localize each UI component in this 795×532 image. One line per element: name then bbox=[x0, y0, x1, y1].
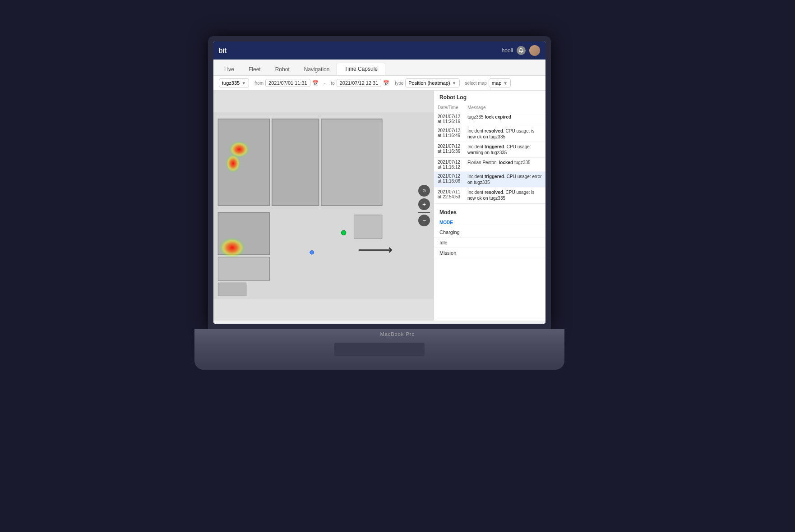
user-avatar[interactable] bbox=[529, 45, 540, 56]
robot-selector-value: tugz335 bbox=[222, 80, 240, 86]
from-date-group: from 2021/07/01 11:31 📅 bbox=[254, 79, 319, 87]
map-group: select map map ▼ bbox=[465, 78, 511, 87]
org-name: hooli bbox=[502, 47, 513, 54]
svg-rect-11 bbox=[218, 283, 246, 296]
main-content: ⊙ + − Robot Log Date/Time bbox=[213, 91, 545, 321]
log-date: 2021/07/12at 11:16:06 bbox=[434, 172, 464, 188]
mode-row[interactable]: Idle bbox=[434, 238, 545, 248]
mode-row[interactable]: Mission bbox=[434, 248, 545, 258]
to-date-group: to 2021/07/12 12:31 📅 bbox=[331, 79, 389, 87]
to-calendar-icon[interactable]: 📅 bbox=[383, 80, 389, 86]
map-controls: ⊙ + − bbox=[418, 185, 430, 226]
mode-item: Idle bbox=[434, 238, 545, 248]
log-date: 2021/07/12at 11:26:16 bbox=[434, 112, 464, 126]
svg-rect-12 bbox=[354, 215, 382, 238]
robot-log-section: Robot Log Date/Time Message 2021/07/12at… bbox=[434, 91, 545, 204]
zoom-in-button[interactable]: + bbox=[418, 198, 430, 210]
notification-icon[interactable] bbox=[517, 46, 526, 55]
type-label: type bbox=[395, 81, 403, 86]
mode-row[interactable]: Charging bbox=[434, 227, 545, 238]
type-selector[interactable]: Position (heatmap) ▼ bbox=[405, 78, 459, 87]
mode-item: Charging bbox=[434, 227, 545, 238]
type-group: type Position (heatmap) ▼ bbox=[395, 78, 459, 87]
log-date: 2021/07/12at 11:16:36 bbox=[434, 142, 464, 158]
modes-table: MODE ChargingIdleMission bbox=[434, 218, 545, 258]
type-dropdown-arrow: ▼ bbox=[452, 81, 457, 86]
app-header: bit hooli bbox=[213, 41, 545, 60]
from-calendar-icon[interactable]: 📅 bbox=[312, 80, 319, 86]
type-value: Position (heatmap) bbox=[408, 80, 450, 86]
map-label: select map bbox=[465, 81, 487, 86]
modes-section: Modes MODE ChargingIdleMission bbox=[434, 204, 545, 262]
log-message: Incident triggered. CPU usage: warning o… bbox=[464, 142, 545, 158]
tab-navigation[interactable]: Navigation bbox=[297, 64, 337, 75]
laptop-brand: MacBook Pro bbox=[380, 331, 415, 337]
tab-robot[interactable]: Robot bbox=[268, 64, 297, 75]
log-date: 2021/07/11at 22:54:53 bbox=[434, 188, 464, 203]
log-date: 2021/07/12at 11:16:46 bbox=[434, 126, 464, 142]
map-selector[interactable]: map ▼ bbox=[489, 78, 511, 87]
svg-point-7 bbox=[226, 154, 240, 173]
log-message: Florian Pestoni locked tugz335 bbox=[464, 158, 545, 172]
log-row: 2021/07/12at 11:16:06 Incident triggered… bbox=[434, 172, 545, 188]
app-logo: bit bbox=[219, 47, 226, 54]
tab-time-capsule[interactable]: Time Capsule bbox=[337, 63, 385, 75]
robot-dropdown-arrow: ▼ bbox=[241, 81, 246, 86]
toolbar: tugz335 ▼ from 2021/07/01 11:31 📅 - to 2… bbox=[213, 76, 545, 91]
robot-log-table: Date/Time Message 2021/07/12at 11:26:16 … bbox=[434, 103, 545, 203]
col-datetime: Date/Time bbox=[434, 103, 464, 112]
modes-col-header: MODE bbox=[434, 218, 545, 227]
map-value: map bbox=[492, 80, 501, 86]
floor-plan-svg bbox=[213, 91, 434, 321]
log-row: 2021/07/12at 11:16:36 Incident triggered… bbox=[434, 142, 545, 158]
to-date-input[interactable]: 2021/07/12 12:31 bbox=[337, 79, 382, 87]
robot-log-title: Robot Log bbox=[434, 91, 545, 103]
svg-rect-4 bbox=[272, 119, 319, 206]
zoom-reset-button[interactable]: ⊙ bbox=[418, 185, 430, 197]
sidebar-panel: Robot Log Date/Time Message 2021/07/12at… bbox=[434, 91, 545, 321]
log-row: 2021/07/12at 11:16:46 Incident resolved.… bbox=[434, 126, 545, 142]
log-row: 2021/07/12at 11:26:16 tugz335 lock expir… bbox=[434, 112, 545, 126]
nav-tabs: Live Fleet Robot Navigation Time Capsule bbox=[213, 60, 545, 76]
laptop-base bbox=[194, 329, 564, 370]
trackpad bbox=[334, 343, 425, 356]
log-row: 2021/07/11at 22:54:53 Incident resolved.… bbox=[434, 188, 545, 203]
robot-selector[interactable]: tugz335 ▼ bbox=[219, 78, 249, 87]
svg-point-17 bbox=[310, 251, 314, 254]
tab-live[interactable]: Live bbox=[217, 64, 241, 75]
to-label: to bbox=[331, 81, 334, 86]
from-label: from bbox=[254, 81, 263, 86]
log-message: Incident resolved. CPU usage: is now ok … bbox=[464, 126, 545, 142]
zoom-divider bbox=[418, 212, 430, 213]
log-message: Incident resolved. CPU usage: is now ok … bbox=[464, 188, 545, 203]
svg-rect-10 bbox=[218, 257, 269, 280]
mode-item: Mission bbox=[434, 248, 545, 258]
zoom-out-button[interactable]: − bbox=[418, 215, 430, 226]
svg-rect-5 bbox=[321, 119, 382, 206]
col-message: Message bbox=[464, 103, 545, 112]
log-message: tugz335 lock expired bbox=[464, 112, 545, 126]
svg-point-9 bbox=[219, 238, 245, 258]
map-dropdown-arrow: ▼ bbox=[503, 81, 508, 86]
svg-point-13 bbox=[341, 230, 346, 235]
header-right: hooli bbox=[502, 45, 540, 56]
map-area: ⊙ + − bbox=[213, 91, 434, 321]
log-row: 2021/07/12at 11:16:12 Florian Pestoni lo… bbox=[434, 158, 545, 172]
tab-fleet[interactable]: Fleet bbox=[241, 64, 268, 75]
log-message: Incident triggered. CPU usage: error on … bbox=[464, 172, 545, 188]
modes-title: Modes bbox=[434, 207, 545, 218]
from-date-input[interactable]: 2021/07/01 11:31 bbox=[265, 79, 310, 87]
log-date: 2021/07/12at 11:16:12 bbox=[434, 158, 464, 172]
